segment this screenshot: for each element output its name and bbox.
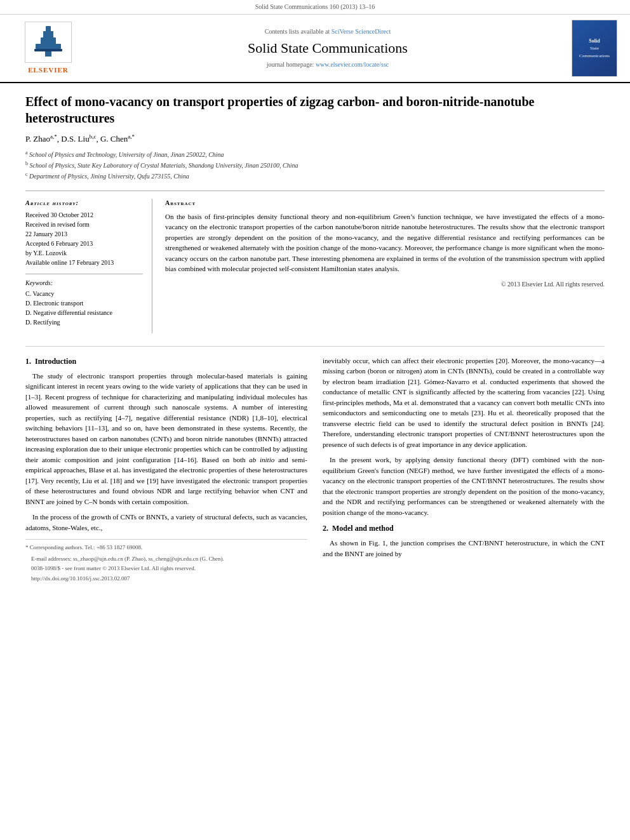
contents-prefix: Contents lists available at (265, 28, 332, 35)
elsevier-wordmark: ELSEVIER (28, 65, 69, 75)
keyword-3: D. Negative differential resistance (25, 308, 143, 317)
available-line: Available online 17 February 2013 (25, 258, 143, 267)
keyword-1: C. Vacancy (25, 289, 143, 298)
article-title: Effect of mono-vacancy on transport prop… (25, 93, 605, 126)
svg-rect-3 (46, 26, 51, 32)
affiliation-c: c Department of Physics, Jining Universi… (25, 171, 605, 181)
keywords-section: Keywords: C. Vacancy D. Electronic trans… (25, 278, 143, 327)
info-divider (25, 274, 143, 274)
abstract-text: On the basis of first-principles density… (165, 211, 605, 274)
section1-para2: In the process of the growth of CNTs or … (25, 512, 307, 533)
affiliation-b: b School of Physics, State Key Laborator… (25, 160, 605, 170)
keyword-4: D. Rectifying (25, 317, 143, 327)
authors-line: P. Zhaoa,*, D.S. Liub,c, G. Chena,* (25, 133, 605, 145)
journal-thumb-box: Solid State Communications (572, 20, 617, 77)
section2-heading: 2. Model and method (323, 523, 605, 534)
section1-right-para1: inevitably occur, which can affect their… (323, 356, 605, 450)
copyright-line: © 2013 Elsevier Ltd. All rights reserved… (165, 279, 605, 289)
contents-line: Contents lists available at SciVerse Sci… (265, 27, 391, 36)
section-divider (25, 346, 605, 347)
homepage-line: journal homepage: www.elsevier.com/locat… (267, 60, 389, 69)
footer-doi: http://dx.doi.org/10.1016/j.ssc.2013.02.… (25, 575, 307, 583)
thumb-communications: Communications (579, 53, 610, 60)
received-revised-date: 22 January 2013 (25, 229, 143, 239)
elsevier-logo-area: ELSEVIER (10, 20, 86, 77)
journal-bar: Solid State Communications 160 (2013) 13… (0, 0, 630, 15)
article-info-heading: Article history: (25, 199, 143, 208)
svg-rect-5 (34, 49, 62, 51)
section1-right-para2: In the present work, by applying density… (323, 455, 605, 517)
footer-area: * Corresponding authors. Tel.: +86 53 18… (25, 539, 307, 583)
article-history-section: Article history: Received 30 October 201… (25, 199, 143, 267)
journal-thumbnail: Solid State Communications (569, 20, 620, 77)
affiliation-a: a School of Physics and Technology, Univ… (25, 149, 605, 159)
article-info-abstract: Article history: Received 30 October 201… (25, 190, 605, 333)
section1-para1: The study of electronic transport proper… (25, 371, 307, 507)
header-center: Contents lists available at SciVerse Sci… (94, 20, 561, 77)
body-right-col: inevitably occur, which can affect their… (323, 356, 605, 585)
thumb-state: State (590, 46, 599, 52)
received-line: Received 30 October 2012 (25, 210, 143, 220)
received-revised-label: Received in revised form (25, 220, 143, 229)
journal-bar-text: Solid State Communications 160 (2013) 13… (255, 3, 375, 10)
abstract-heading: Abstract (165, 199, 605, 208)
section2-para1: As shown in Fig. 1, the junction compris… (323, 538, 605, 559)
abstract-section: Abstract On the basis of first-principle… (165, 199, 605, 333)
elsevier-tree-icon (29, 25, 67, 60)
footer-email: E-mail addresses: ss_zhaop@ujn.edu.cn (P… (25, 555, 307, 564)
article-info: Article history: Received 30 October 201… (25, 199, 152, 333)
body-text-columns: 1. Introduction The study of electronic … (25, 356, 605, 585)
accepted-line: Accepted 6 February 2013 (25, 239, 143, 248)
main-content: Effect of mono-vacancy on transport prop… (0, 83, 630, 594)
body-left-col: 1. Introduction The study of electronic … (25, 356, 307, 585)
footer-star-note: * Corresponding authors. Tel.: +86 53 18… (25, 543, 307, 552)
homepage-prefix: journal homepage: (267, 61, 316, 68)
thumb-solid: Solid (589, 37, 600, 44)
journal-title: Solid State Communications (248, 39, 408, 58)
section1-heading: 1. Introduction (25, 356, 307, 367)
affiliations: a School of Physics and Technology, Univ… (25, 149, 605, 182)
keywords-heading: Keywords: (25, 278, 143, 288)
footer-issn: 0038-1098/$ - see front matter © 2013 El… (25, 564, 307, 573)
sciverse-link[interactable]: SciVerse ScienceDirect (332, 28, 391, 35)
elsevier-logo-box (25, 22, 72, 63)
keyword-2: D. Electronic transport (25, 298, 143, 308)
by-line: by Y.E. Lozovik (25, 248, 143, 258)
page-header: ELSEVIER Contents lists available at Sci… (0, 15, 630, 83)
homepage-link[interactable]: www.elsevier.com/locate/ssc (316, 61, 389, 68)
